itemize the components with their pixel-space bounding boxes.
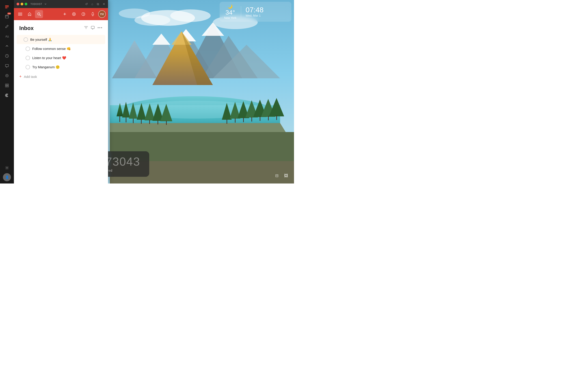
add-task-row[interactable]: + Add task — [14, 72, 108, 82]
svg-rect-67 — [5, 65, 9, 67]
svg-rect-57 — [5, 8, 7, 8]
inbox-title: Inbox — [19, 25, 81, 31]
more-options-icon[interactable]: ••• — [97, 26, 103, 31]
sidebar-settings[interactable] — [2, 163, 11, 172]
todoist-window: TODOIST ↺ ⌂ ⧉ ✕ — [14, 0, 108, 184]
window-titlebar: TODOIST ↺ ⌂ ⧉ ✕ — [14, 0, 108, 8]
add-task-toolbar-button[interactable]: + — [61, 10, 69, 18]
svg-line-79 — [40, 15, 41, 16]
minimize-button[interactable] — [21, 3, 23, 5]
weather-city: New York — [224, 16, 236, 19]
menu-button[interactable] — [16, 10, 24, 18]
sidebar-item-pacman[interactable] — [2, 91, 11, 100]
task-text: Follow common sense 👊 — [32, 46, 103, 51]
task-item: Listen to your heart ❤️ — [23, 53, 105, 62]
bottom-right-icons: ⊟ 🖼 — [273, 172, 290, 179]
svg-rect-34 — [149, 120, 150, 124]
svg-rect-73 — [7, 86, 9, 87]
svg-rect-50 — [276, 116, 277, 120]
sidebar-item-calendar[interactable] — [2, 12, 11, 21]
svg-rect-45 — [235, 118, 235, 123]
weather-time: 07:48 — [246, 6, 264, 13]
svg-point-69 — [7, 75, 7, 76]
sidebar-avatar[interactable]: 👤 — [3, 173, 11, 181]
home-button[interactable] — [26, 10, 34, 18]
task-item: Try Manganum 🙂 — [23, 62, 105, 72]
sidebar-item-collapse[interactable] — [2, 42, 11, 50]
task-text: Listen to your heart ❤️ — [32, 56, 103, 60]
svg-rect-46 — [243, 118, 244, 122]
inbox-content: Inbox ••• — [14, 20, 108, 184]
svg-point-80 — [72, 13, 76, 16]
svg-rect-44 — [226, 119, 227, 124]
notifications-button[interactable] — [89, 10, 97, 18]
task-text: Try Manganum 🙂 — [32, 65, 103, 69]
home-icon-titlebar[interactable]: ⌂ — [91, 2, 93, 6]
window-title: TODOIST — [30, 3, 42, 5]
edit-task-icon[interactable] — [94, 38, 97, 42]
filter-icon[interactable] — [84, 26, 88, 31]
add-task-label: Add task — [24, 75, 37, 79]
close-button[interactable] — [17, 3, 19, 5]
sidebar-item-ai[interactable] — [2, 71, 11, 80]
svg-rect-88 — [91, 26, 94, 29]
task-checkbox[interactable] — [26, 56, 30, 60]
task-more-icon[interactable]: ••• — [99, 38, 103, 42]
search-button[interactable] — [35, 10, 43, 18]
svg-rect-55 — [5, 5, 9, 6]
bottom-icon-grid[interactable]: ⊟ — [273, 172, 280, 179]
karma-button[interactable] — [70, 10, 78, 18]
svg-rect-48 — [260, 116, 260, 121]
left-sidebar: A 文 — [0, 0, 14, 184]
svg-rect-32 — [133, 119, 134, 123]
svg-rect-58 — [5, 15, 9, 18]
svg-rect-36 — [166, 121, 167, 125]
window-controls — [17, 3, 27, 5]
task-checkbox[interactable] — [26, 65, 30, 69]
weather-right: 07:48 Wed, Mar 1 — [246, 6, 264, 17]
sidebar-item-comments[interactable] — [2, 61, 11, 70]
help-button[interactable]: ? — [79, 10, 87, 18]
sidebar-item-translate[interactable]: A 文 — [2, 32, 11, 41]
weather-date: Wed, Mar 1 — [246, 14, 261, 17]
weather-divider — [241, 6, 241, 17]
external-link-icon[interactable]: ⧉ — [97, 2, 99, 6]
svg-rect-33 — [141, 119, 142, 124]
svg-line-66 — [7, 56, 8, 56]
task-checkbox[interactable] — [24, 37, 28, 42]
sidebar-item-layers[interactable] — [2, 2, 11, 11]
svg-point-78 — [38, 13, 40, 15]
close-icon-titlebar[interactable]: ✕ — [103, 2, 105, 6]
sidebar-item-edit[interactable] — [2, 22, 11, 31]
weather-temp: 34° — [225, 9, 235, 16]
svg-rect-47 — [251, 117, 252, 122]
sidebar-item-grid[interactable] — [2, 81, 11, 90]
svg-rect-30 — [120, 116, 120, 122]
weather-left: 🌙 34° New York — [224, 4, 236, 19]
user-avatar-button[interactable]: YV — [98, 10, 106, 18]
svg-rect-35 — [157, 120, 158, 125]
app-toolbar: + ? YV — [14, 8, 108, 20]
task-item: Follow common sense 👊 — [23, 44, 105, 53]
comment-icon[interactable] — [91, 26, 95, 31]
svg-rect-49 — [268, 116, 269, 120]
svg-text:文: 文 — [7, 35, 9, 38]
svg-text:?: ? — [83, 13, 85, 16]
window-title-chevron — [44, 3, 47, 5]
svg-rect-31 — [126, 117, 126, 122]
task-text: Be yourself 🙏 — [30, 37, 91, 42]
window-title-controls: ↺ ⌂ ⧉ ✕ — [85, 2, 105, 6]
inbox-header: Inbox ••• — [14, 20, 108, 35]
svg-rect-71 — [7, 84, 9, 85]
reload-icon[interactable]: ↺ — [85, 2, 88, 6]
task-item: ⠿ Be yourself 🙏 ••• — [17, 35, 105, 44]
svg-rect-72 — [5, 86, 7, 87]
svg-point-74 — [7, 167, 8, 168]
maximize-button[interactable] — [25, 3, 27, 5]
svg-rect-56 — [5, 7, 9, 7]
bottom-icon-image[interactable]: 🖼 — [283, 172, 290, 179]
sidebar-item-clock[interactable] — [2, 51, 11, 60]
add-task-plus-icon: + — [19, 74, 22, 79]
task-checkbox[interactable] — [26, 47, 30, 51]
task-list: ⠿ Be yourself 🙏 ••• Follow common sense … — [14, 35, 108, 72]
